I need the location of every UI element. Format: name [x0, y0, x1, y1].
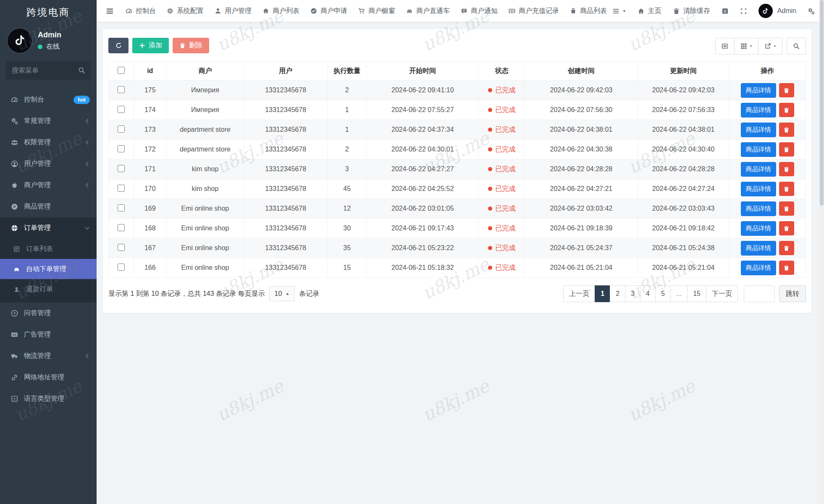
- trash-icon: [783, 245, 790, 251]
- row-checkbox[interactable]: [118, 86, 125, 93]
- row-delete-button[interactable]: [779, 83, 794, 97]
- row-checkbox[interactable]: [118, 145, 125, 152]
- column-header[interactable]: 用户: [244, 62, 328, 81]
- select-all-checkbox[interactable]: [118, 67, 125, 74]
- row-checkbox[interactable]: [118, 125, 125, 133]
- row-delete-button[interactable]: [779, 123, 794, 137]
- row-delete-button[interactable]: [779, 182, 794, 196]
- row-checkbox[interactable]: [118, 224, 125, 231]
- row-checkbox[interactable]: [118, 185, 125, 192]
- page-button[interactable]: 2: [610, 285, 625, 302]
- add-button[interactable]: 添加: [132, 38, 169, 53]
- page-button[interactable]: 5: [655, 285, 671, 302]
- row-select-cell: [109, 219, 134, 238]
- sidebar-item[interactable]: 用户管理: [0, 153, 97, 175]
- topnav-item[interactable]: 商户列表: [262, 7, 299, 16]
- row-checkbox[interactable]: [118, 264, 125, 271]
- topnav-item[interactable]: 商户充值记录: [509, 7, 559, 16]
- detail-view-button[interactable]: [715, 38, 735, 55]
- column-header[interactable]: 操作: [729, 62, 806, 81]
- row-delete-button[interactable]: [779, 221, 794, 235]
- scrollbar-thumb[interactable]: [820, 0, 824, 206]
- jump-page-input[interactable]: [744, 285, 775, 302]
- jump-button[interactable]: 跳转: [779, 285, 806, 302]
- row-checkbox[interactable]: [118, 106, 125, 113]
- sidebar-item[interactable]: 常规管理: [0, 110, 97, 132]
- product-detail-button[interactable]: 商品详情: [741, 182, 776, 196]
- sidebar-item[interactable]: ?问答管理: [0, 303, 97, 324]
- page-size-select[interactable]: 10: [269, 286, 295, 301]
- delete-button[interactable]: 删除: [173, 38, 209, 53]
- sidebar-subitem[interactable]: 订单列表: [0, 239, 97, 259]
- row-checkbox[interactable]: [118, 204, 125, 212]
- sidebar-item[interactable]: 控制台hot: [0, 89, 97, 110]
- sidebar-item[interactable]: AD广告管理: [0, 324, 97, 345]
- page-button[interactable]: 4: [640, 285, 656, 302]
- avatar[interactable]: [758, 4, 773, 18]
- settings-gears-icon[interactable]: [808, 8, 815, 15]
- column-header[interactable]: 更新时间: [638, 62, 729, 81]
- translate-icon[interactable]: 文: [722, 8, 729, 15]
- username-label[interactable]: Admin: [777, 7, 796, 15]
- topnav-item[interactable]: 用户管理: [215, 7, 252, 16]
- column-header[interactable]: 开始时间: [367, 62, 479, 81]
- sidebar-item[interactable]: P商品管理: [0, 196, 97, 217]
- topnav-item[interactable]: 商户通知: [461, 7, 498, 16]
- product-detail-button[interactable]: 商品详情: [741, 142, 776, 157]
- cart-icon: [358, 8, 365, 14]
- product-detail-button[interactable]: 商品详情: [741, 83, 776, 98]
- row-delete-button[interactable]: [779, 241, 794, 255]
- topnav-item[interactable]: 系统配置: [167, 7, 204, 16]
- product-detail-button[interactable]: 商品详情: [741, 201, 776, 216]
- sidebar-item[interactable]: 文语言类型管理: [0, 388, 97, 410]
- refresh-button[interactable]: [108, 38, 129, 53]
- columns-button[interactable]: [734, 38, 758, 55]
- prev-page-button[interactable]: 上一页: [563, 285, 595, 302]
- sidebar-subitem[interactable]: 退款订单: [0, 279, 97, 299]
- cell-status: 已完成: [479, 120, 525, 140]
- sidebar-item[interactable]: 网络地址管理: [0, 367, 97, 388]
- topnav-item[interactable]: 商户直通车: [406, 7, 450, 16]
- sidebar-item[interactable]: 权限管理: [0, 132, 97, 153]
- column-header[interactable]: 执行数量: [328, 62, 367, 81]
- product-detail-button[interactable]: 商品详情: [741, 162, 776, 177]
- column-header[interactable]: 创建时间: [525, 62, 638, 81]
- sidebar-item[interactable]: 商户管理: [0, 175, 97, 196]
- topnav-item[interactable]: 商户申请: [310, 7, 347, 16]
- product-detail-button[interactable]: 商品详情: [741, 123, 776, 137]
- topnav-item[interactable]: 商品列表: [570, 7, 607, 16]
- sidebar-item[interactable]: 订单管理: [0, 217, 97, 239]
- page-button[interactable]: 1: [595, 285, 610, 302]
- row-checkbox[interactable]: [118, 244, 125, 251]
- menu-list-dropdown-icon[interactable]: [612, 8, 619, 15]
- next-page-button[interactable]: 下一页: [706, 285, 738, 302]
- fullscreen-icon[interactable]: [740, 8, 747, 15]
- page-button[interactable]: 3: [625, 285, 640, 302]
- topnav-item[interactable]: 商户橱窗: [358, 7, 395, 16]
- sidebar-toggle-icon[interactable]: [106, 7, 114, 15]
- product-detail-button[interactable]: 商品详情: [741, 221, 776, 236]
- page-button[interactable]: 15: [687, 285, 706, 302]
- sidebar-item[interactable]: 物流管理: [0, 345, 97, 367]
- trash-icon: [673, 8, 680, 15]
- sidebar-item-label: 物流管理: [24, 352, 51, 360]
- topnav-item[interactable]: 控制台: [126, 7, 156, 16]
- column-header[interactable]: id: [134, 62, 166, 81]
- row-delete-button[interactable]: [779, 201, 794, 216]
- export-button[interactable]: [758, 38, 782, 55]
- sidebar-subitem[interactable]: 自动下单管理: [0, 259, 97, 279]
- column-header[interactable]: 状态: [479, 62, 525, 81]
- row-delete-button[interactable]: [779, 103, 794, 117]
- scrollbar[interactable]: [819, 0, 824, 504]
- clear-cache-button[interactable]: 清除缓存: [673, 7, 710, 16]
- home-link[interactable]: 主页: [638, 7, 661, 16]
- row-delete-button[interactable]: [779, 162, 794, 176]
- row-delete-button[interactable]: [779, 261, 794, 275]
- product-detail-button[interactable]: 商品详情: [741, 241, 776, 256]
- product-detail-button[interactable]: 商品详情: [741, 261, 776, 275]
- column-header[interactable]: 商户: [166, 62, 244, 81]
- row-checkbox[interactable]: [118, 165, 125, 172]
- row-delete-button[interactable]: [779, 142, 794, 157]
- search-button[interactable]: [787, 38, 806, 55]
- product-detail-button[interactable]: 商品详情: [741, 103, 776, 118]
